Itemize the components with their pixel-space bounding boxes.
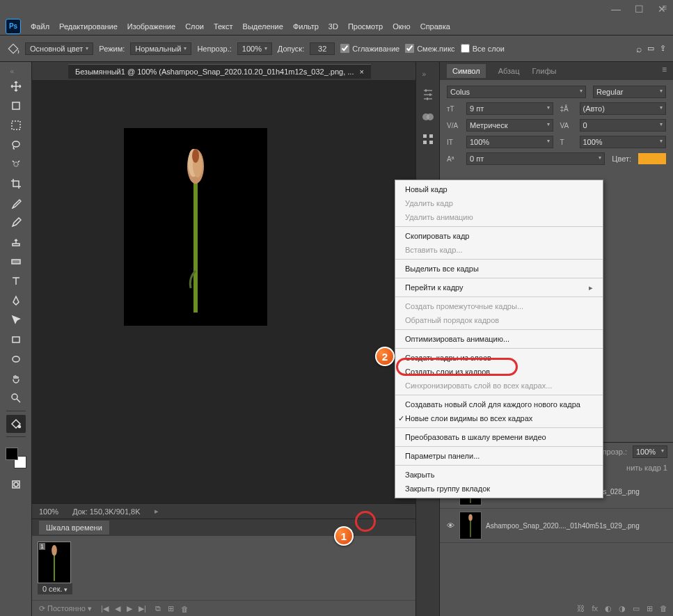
blend-mode-dropdown[interactable]: Нормальный xyxy=(130,42,191,55)
gradient-tool[interactable] xyxy=(6,253,26,271)
path-select-tool[interactable] xyxy=(6,311,26,329)
kerning-field[interactable]: Метрическ xyxy=(466,119,553,132)
play-icon[interactable]: ▶ xyxy=(127,604,132,613)
delete-frame-icon[interactable]: 🗑 xyxy=(181,605,189,613)
context-menu-item[interactable]: Преобразовать в шкалу времени видео xyxy=(395,430,603,444)
context-menu-item[interactable]: Закрыть группу вкладок xyxy=(395,482,603,496)
timeline-menu-icon[interactable]: ≡ xyxy=(662,3,667,13)
rectangle-tool[interactable] xyxy=(6,331,26,349)
brush-tool[interactable] xyxy=(6,214,26,232)
color-swatches[interactable] xyxy=(6,448,26,468)
menu-view[interactable]: Просмотр xyxy=(348,22,383,31)
minimize-icon[interactable]: — xyxy=(611,3,621,15)
collapse-panels-icon[interactable]: » xyxy=(422,70,434,79)
marquee-tool[interactable] xyxy=(6,116,26,134)
lasso-tool[interactable] xyxy=(6,136,26,154)
maximize-icon[interactable]: ☐ xyxy=(635,3,644,15)
share-icon[interactable]: ⇪ xyxy=(660,44,666,53)
text-color-chip[interactable] xyxy=(638,153,666,164)
opacity-field[interactable]: 100% xyxy=(237,42,272,55)
close-tab-icon[interactable]: × xyxy=(359,68,363,76)
vscale-field[interactable]: 100% xyxy=(466,136,553,148)
menu-text[interactable]: Текст xyxy=(214,22,233,31)
prev-frame-icon[interactable]: ◀ xyxy=(115,604,120,613)
eyedropper-tool[interactable] xyxy=(6,194,26,212)
menu-3d[interactable]: 3D xyxy=(328,22,338,31)
tolerance-field[interactable]: 32 xyxy=(310,42,335,55)
leading-field[interactable]: (Авто) xyxy=(580,102,667,115)
menu-select[interactable]: Выделение xyxy=(243,22,283,31)
adjustment-icon[interactable]: ◑ xyxy=(619,604,626,613)
context-menu-item[interactable]: Создавать новый слой для каждого нового … xyxy=(395,397,603,411)
menu-help[interactable]: Справка xyxy=(420,22,450,31)
hscale-field[interactable]: 100% xyxy=(580,136,667,148)
mask-icon[interactable]: ◐ xyxy=(605,604,612,613)
menu-window[interactable]: Окно xyxy=(393,22,411,31)
contiguous-checkbox[interactable]: Смеж.пикс xyxy=(405,44,454,53)
fx-icon[interactable]: fx xyxy=(592,604,598,613)
artboard-tool[interactable] xyxy=(6,97,26,115)
swatches-icon[interactable] xyxy=(422,111,434,123)
font-family-field[interactable]: Colus xyxy=(447,86,586,98)
zoom-tool[interactable] xyxy=(6,389,26,407)
ellipse-tool[interactable] xyxy=(6,350,26,368)
new-layer-icon[interactable]: ⊞ xyxy=(647,604,653,613)
frame-duration[interactable]: 0 сек. ▾ xyxy=(38,583,72,594)
menu-filter[interactable]: Фильтр xyxy=(293,22,319,31)
grid-icon[interactable] xyxy=(422,133,434,145)
zoom-level[interactable]: 100% xyxy=(39,507,58,516)
tracking-field[interactable]: 0 xyxy=(580,119,667,132)
pen-tool[interactable] xyxy=(6,292,26,310)
context-menu-item[interactable]: Новый кадр xyxy=(395,182,603,196)
type-tool[interactable] xyxy=(6,272,26,290)
tween-icon[interactable]: ⧉ xyxy=(155,604,161,613)
tab-paragraph[interactable]: Абзац xyxy=(498,67,520,75)
antialias-checkbox[interactable]: Сглаживание xyxy=(340,44,399,53)
document-tab[interactable]: Безымянный1 @ 100% (Ashampoo_Snap_2020.1… xyxy=(68,64,371,79)
context-menu-item[interactable]: Выделить все кадры xyxy=(395,262,603,276)
context-menu-item[interactable]: Новые слои видимы во всех кадрах xyxy=(395,411,603,425)
crop-tool[interactable] xyxy=(6,175,26,193)
context-menu-item[interactable]: Перейти к кадру xyxy=(395,281,603,294)
quick-select-tool[interactable] xyxy=(6,155,26,173)
quick-mask-icon[interactable] xyxy=(6,475,26,493)
baseline-field[interactable]: 0 пт xyxy=(466,152,605,165)
context-menu-item[interactable]: Оптимизировать анимацию... xyxy=(395,332,603,346)
link-icon[interactable]: ⛓ xyxy=(577,604,585,613)
clone-stamp-tool[interactable] xyxy=(6,233,26,251)
layout-icon[interactable]: ▭ xyxy=(647,44,654,53)
timeline-tab[interactable]: Шкала времени xyxy=(39,521,109,535)
loop-dropdown[interactable]: ⟳ Постоянно ▾ xyxy=(39,604,92,613)
context-menu-item[interactable]: Параметры панели... xyxy=(395,449,603,463)
visibility-icon[interactable]: 👁 xyxy=(445,521,455,530)
tab-character[interactable]: Символ xyxy=(447,64,486,78)
menu-layers[interactable]: Слои xyxy=(185,22,204,31)
context-menu-item[interactable]: Скопировать кадр xyxy=(395,229,603,243)
next-frame-icon[interactable]: ▶| xyxy=(138,604,146,613)
canvas[interactable] xyxy=(32,80,415,503)
fill-source-dropdown[interactable]: Основной цвет xyxy=(25,42,93,55)
layer-row[interactable]: 👁 Ashampoo_Snap_2020...._01h40m51s_029_.… xyxy=(440,509,673,543)
frame-thumbnail[interactable]: 1 0 сек. ▾ xyxy=(38,542,72,594)
adjustments-icon[interactable] xyxy=(422,88,434,101)
search-icon[interactable]: ⌕ xyxy=(636,43,642,54)
paint-bucket-tool-icon[interactable] xyxy=(7,42,19,55)
layer-opacity-field[interactable]: 100% xyxy=(633,445,667,458)
font-style-field[interactable]: Regular xyxy=(593,86,666,98)
all-layers-checkbox[interactable]: Все слои xyxy=(461,44,505,53)
tab-glyphs[interactable]: Глифы xyxy=(532,67,557,75)
menu-file[interactable]: Файл xyxy=(31,22,49,31)
menu-image[interactable]: Изображение xyxy=(127,22,175,31)
context-menu-item[interactable]: Закрыть xyxy=(395,468,603,482)
menu-edit[interactable]: Редактирование xyxy=(59,22,118,31)
delete-layer-icon[interactable]: 🗑 xyxy=(660,604,667,613)
font-size-field[interactable]: 9 пт xyxy=(466,102,553,115)
first-frame-icon[interactable]: |◀ xyxy=(101,604,109,613)
move-tool[interactable] xyxy=(6,77,26,95)
hand-tool[interactable] xyxy=(6,370,26,388)
new-frame-icon[interactable]: ⊞ xyxy=(168,604,174,613)
char-panel-menu-icon[interactable]: ≡ xyxy=(662,65,667,74)
paint-bucket-tool[interactable] xyxy=(6,415,26,433)
group-icon[interactable]: ▭ xyxy=(633,604,640,613)
collapse-icon[interactable]: « xyxy=(10,68,22,76)
